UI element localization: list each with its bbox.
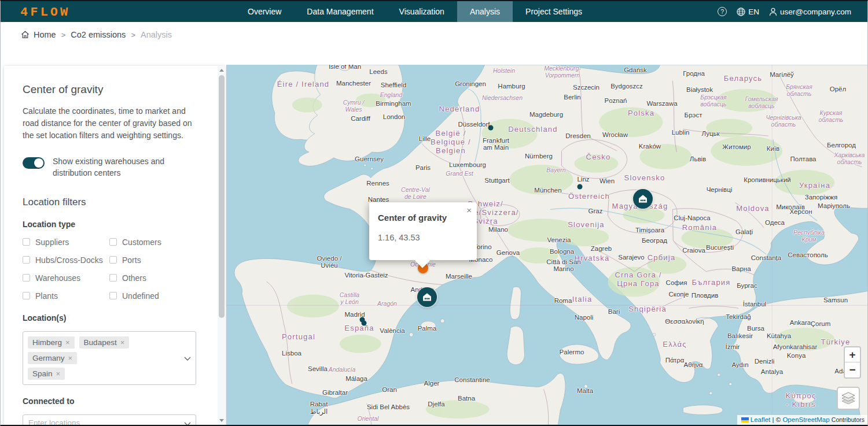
zoom-in-button[interactable]: + xyxy=(845,347,860,362)
contributors-label: Contributors xyxy=(832,416,865,423)
breadcrumb-project[interactable]: Co2 emissions xyxy=(71,30,126,39)
globe-icon xyxy=(737,8,745,16)
checkbox-suppliers[interactable]: Suppliers xyxy=(23,238,109,247)
map-zoom-control: + − xyxy=(844,346,861,379)
user-email: user@company.com xyxy=(780,8,851,16)
leaflet-link[interactable]: Leaflet xyxy=(751,416,771,423)
connected-to-label: Connected to xyxy=(23,397,203,406)
checkbox-box xyxy=(109,274,117,281)
checkbox-undefined[interactable]: Undefined xyxy=(109,291,203,301)
breadcrumb-home[interactable]: Home xyxy=(21,30,56,39)
remove-tag-icon[interactable]: × xyxy=(56,369,61,378)
map[interactable]: Isle of ManLeedsManchesterSheffieldÉire … xyxy=(226,65,868,425)
ukraine-flag-icon xyxy=(741,417,749,423)
nav-overview[interactable]: Overview xyxy=(235,1,294,22)
user-icon xyxy=(769,8,777,16)
checkbox-box xyxy=(23,274,30,281)
help-icon: ? xyxy=(718,7,727,16)
nav-visualization[interactable]: Visualization xyxy=(387,1,457,22)
chevron-down-icon xyxy=(184,353,191,363)
map-layers-control[interactable] xyxy=(837,387,860,410)
nav-analysis[interactable]: Analysis xyxy=(457,1,513,22)
scroll-down-icon[interactable] xyxy=(219,419,224,422)
breadcrumb: Home > Co2 emissions > Analysis xyxy=(1,23,867,46)
remove-tag-icon[interactable]: × xyxy=(120,338,125,347)
panel-description: Calculate the coordinates, time to marke… xyxy=(23,105,200,142)
header-right-cluster: ? EN user@company.com xyxy=(718,1,851,22)
breadcrumb-current: Analysis xyxy=(141,30,172,39)
center-of-gravity-popup: Center of gravity 1.16, 43.53 × xyxy=(369,202,477,260)
location-dot-marker[interactable] xyxy=(578,184,583,190)
panel-title: Center of gravity xyxy=(23,83,203,96)
popup-close-icon[interactable]: × xyxy=(466,206,472,214)
checkbox-others[interactable]: Others xyxy=(109,273,203,283)
checkbox-hubs-cross-docks[interactable]: Hubs/Cross-Docks xyxy=(23,255,109,265)
warehouse-marker[interactable] xyxy=(417,287,437,307)
popup-coordinates: 1.16, 43.53 xyxy=(378,233,420,242)
checkbox-box xyxy=(109,292,117,299)
checkbox-ports[interactable]: Ports xyxy=(109,255,203,265)
map-markers xyxy=(226,65,868,425)
language-selector[interactable]: EN xyxy=(737,8,759,16)
map-attribution: Leaflet | © OpenStreetMap Contributors xyxy=(737,415,868,425)
analysis-sidebar: Center of gravity Calculate the coordina… xyxy=(4,66,226,425)
location-tag-spain: Spain× xyxy=(28,368,65,380)
location-tag-budapest: Budapest× xyxy=(79,336,130,349)
location-dot-marker[interactable] xyxy=(362,321,367,326)
remove-tag-icon[interactable]: × xyxy=(68,354,73,362)
connected-to-select xyxy=(23,414,196,425)
user-menu[interactable]: user@company.com xyxy=(769,8,851,16)
warehouse-marker[interactable] xyxy=(633,189,653,209)
osm-link[interactable]: OpenStreetMap xyxy=(782,416,829,423)
location-tag-germany: Germany× xyxy=(28,352,77,364)
show-warehouses-toggle[interactable] xyxy=(23,157,45,169)
breadcrumb-separator: > xyxy=(131,31,135,39)
scrollbar-thumb[interactable] xyxy=(219,75,225,318)
location-type-label: Location type xyxy=(23,220,203,229)
remove-tag-icon[interactable]: × xyxy=(65,338,70,347)
layers-icon xyxy=(841,391,856,405)
help-button[interactable]: ? xyxy=(718,7,727,16)
sidebar-scrollbar[interactable] xyxy=(218,66,226,425)
language-label: EN xyxy=(748,8,759,16)
checkbox-warehouses[interactable]: Warehouses xyxy=(23,273,109,283)
top-nav-bar: 4FLOW Overview Data Management Visualiza… xyxy=(1,1,867,22)
scroll-up-icon[interactable] xyxy=(219,69,224,72)
breadcrumb-separator: > xyxy=(61,31,66,39)
main-nav: Overview Data Management Visualization A… xyxy=(235,1,595,22)
4flow-logo[interactable]: 4FLOW xyxy=(20,2,70,21)
checkbox-box xyxy=(23,292,30,299)
nav-project-settings[interactable]: Project Settings xyxy=(513,1,595,22)
home-icon xyxy=(21,31,30,39)
location-tag-himberg: Himberg× xyxy=(28,336,75,349)
location-filters-title: Location filters xyxy=(23,197,203,208)
nav-data-management[interactable]: Data Management xyxy=(294,1,386,22)
connected-to-input[interactable] xyxy=(23,415,196,425)
location-dot-marker[interactable] xyxy=(488,125,494,131)
location-type-checkbox-grid: Suppliers Customers Hubs/Cross-Docks Por… xyxy=(23,238,203,301)
checkbox-plants[interactable]: Plants xyxy=(23,291,109,301)
locations-multiselect[interactable]: Himberg×Budapest×Germany× Spain× xyxy=(23,331,196,385)
popup-title: Center of gravity xyxy=(378,213,447,223)
toggle-label: Show existing warehouses and distributio… xyxy=(53,155,187,179)
zoom-out-button[interactable]: − xyxy=(845,362,860,377)
checkbox-box xyxy=(23,238,30,246)
checkbox-box xyxy=(109,238,117,246)
toggle-knob xyxy=(34,158,43,168)
app-window: 4FLOW Overview Data Management Visualiza… xyxy=(0,0,868,426)
checkbox-customers[interactable]: Customers xyxy=(109,238,203,247)
checkbox-box xyxy=(109,256,117,264)
checkbox-box xyxy=(23,256,30,264)
locations-label: Location(s) xyxy=(23,313,203,323)
chevron-down-icon xyxy=(184,418,191,425)
